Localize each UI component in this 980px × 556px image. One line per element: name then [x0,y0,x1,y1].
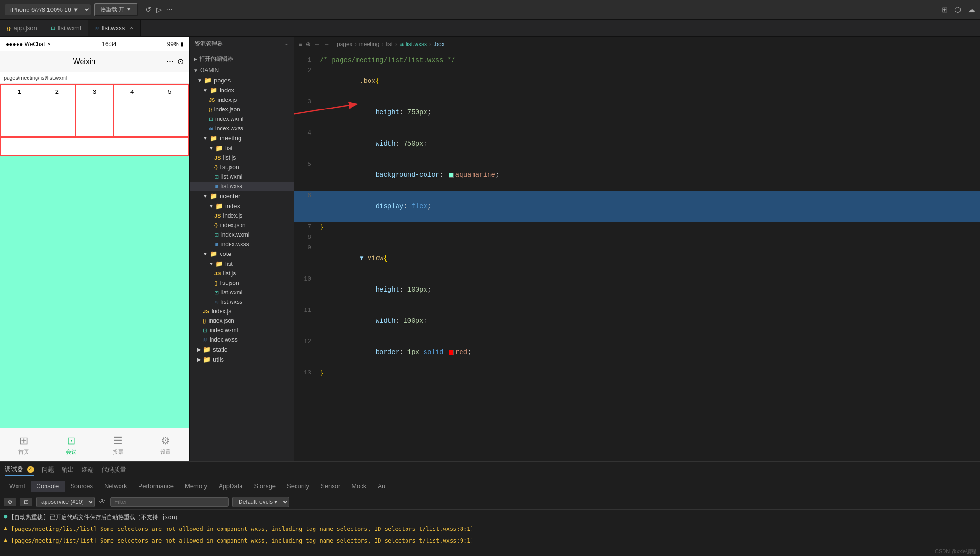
subtab-appdata[interactable]: AppData [213,481,249,492]
tab-debugger[interactable]: 调试器 4 [5,463,34,476]
grid-cell-1: 1 [1,85,38,98]
file-list-js[interactable]: JS list.js [190,153,294,163]
device-selector[interactable]: iPhone 6/7/8 100% 16 ▼ [5,4,91,15]
tab-close-icon[interactable]: ✕ [129,25,134,31]
file-index-json[interactable]: {} index.json [190,105,294,114]
file-uc-index-json[interactable]: {} index.json [190,220,294,230]
file-list-wxss[interactable]: ≋ list.wxss [190,182,294,191]
more-dots-icon[interactable]: ··· [284,41,289,47]
refresh-icon[interactable]: ↺ [145,5,151,14]
tab-output[interactable]: 输出 [62,464,74,476]
subtab-mock[interactable]: Mock [346,481,372,492]
phone-tab-vote[interactable]: ☰ 投票 [113,435,123,456]
play-icon[interactable]: ▷ [156,5,162,14]
back-icon[interactable]: ← [314,41,320,47]
phone-tab-meeting[interactable]: ⊡ 会议 [66,435,76,456]
folder-ucenter-index[interactable]: ▼ 📁 index [190,201,294,211]
tab-app-json[interactable]: {} app.json [0,20,44,36]
file-uc-index-js[interactable]: JS index.js [190,211,294,220]
eye-icon[interactable]: 👁 [99,498,106,506]
phone-bottom-tabs: ⊞ 首页 ⊡ 会议 ☰ 投票 ⚙ 设置 [0,428,189,461]
levels-select[interactable]: Default levels ▾ [232,497,289,507]
file-root-index-wxss[interactable]: ≋ index.wxss [190,335,294,345]
file-vote-list-wxml[interactable]: ⊡ list.wxml [190,288,294,297]
color-swatch-red [449,350,454,355]
sidebar-toggle-icon[interactable]: ≡ [299,41,302,47]
phone-tab-home[interactable]: ⊞ 首页 [18,435,29,456]
file-uc-index-wxml[interactable]: ⊡ index.wxml [190,230,294,239]
folder-index[interactable]: ▼ 📁 index [190,85,294,95]
subtab-network[interactable]: Network [99,481,133,492]
tab-label: list.wxss [102,25,125,32]
tab-code-quality[interactable]: 代码质量 [102,464,126,476]
vote-icon: ☰ [113,435,123,447]
file-name: index.wxml [221,231,249,238]
line-number: 10 [294,274,318,305]
console-clear-button[interactable]: ⊘ [4,498,16,506]
tab-terminal[interactable]: 终端 [82,464,94,476]
filter-input[interactable] [110,497,229,507]
console-pause-button[interactable]: ⊡ [20,498,32,506]
subtab-memory[interactable]: Memory [179,481,213,492]
hot-reload-button[interactable]: 热重载 开 ▼ [94,3,138,16]
subtab-performance[interactable]: Performance [133,481,179,492]
js-icon: JS [203,309,209,314]
file-root-index-wxml[interactable]: ⊡ index.wxml [190,326,294,335]
forward-icon[interactable]: → [324,41,330,47]
wxss-icon: ≋ [209,126,213,132]
breadcrumb-selector: .box [434,41,444,47]
subtab-au[interactable]: Au [372,481,391,492]
tab-list-wxss[interactable]: ≋ list.wxss ✕ [88,20,141,36]
folder-ucenter[interactable]: ▼ 📁 ucenter [190,191,294,201]
file-vote-list-js[interactable]: JS list.js [190,269,294,278]
line-number: 8 [294,232,318,243]
bookmark-icon[interactable]: ⊕ [306,41,311,47]
subtab-wxml[interactable]: Wxml [4,481,31,492]
code-brace: { [376,77,379,85]
folder-list[interactable]: ▼ 📁 list [190,143,294,153]
tab-list-wxml[interactable]: ⊡ list.wxml [44,20,88,36]
subtab-sources[interactable]: Sources [65,481,99,492]
file-index-wxml[interactable]: ⊡ index.wxml [190,114,294,124]
file-root-index-js[interactable]: JS index.js [190,307,294,316]
root-section[interactable]: ▼ OAMIN [190,65,294,75]
subtab-sensor[interactable]: Sensor [315,481,346,492]
file-root-index-json[interactable]: {} index.json [190,316,294,326]
file-name: index.json [214,106,240,113]
phone-grid-body [0,98,189,137]
file-name: list.wxml [221,289,242,296]
grid-icon[interactable]: ⊞ [942,5,948,14]
phone-tab-settings[interactable]: ⚙ 设置 [160,435,171,456]
code-editor[interactable]: 1 /* pages/meeting/list/list.wxss */ 2 .… [294,51,980,461]
file-list-wxml[interactable]: ⊡ list.wxml [190,172,294,182]
folder-static[interactable]: ▶ 📁 static [190,345,294,355]
cloud-icon[interactable]: ☁ [968,5,975,14]
tab-problems[interactable]: 问题 [42,464,54,476]
breadcrumb-sep1: › [355,41,357,47]
file-list-json[interactable]: {} list.json [190,163,294,172]
phone-nav-dots[interactable]: ··· [166,56,174,66]
opened-editors-section[interactable]: ▶ 打开的编辑器 [190,53,294,65]
appservice-select[interactable]: appservice (#10) [36,497,95,507]
file-vote-list-wxss[interactable]: ≋ list.wxss [190,297,294,307]
main-area: ●●●●● WeChat ⚬ 16:34 99% ▮ Weixin ··· ⊙ … [0,37,980,461]
folder-pages[interactable]: ▼ 📁 pages [190,75,294,85]
console-msg-2: ▲ [pages/meeting/list/list] Some selecto… [4,535,976,547]
file-index-js[interactable]: JS index.js [190,95,294,105]
folder-utils[interactable]: ▶ 📁 utils [190,355,294,365]
phone-camera-icon[interactable]: ⊙ [177,57,184,66]
file-uc-index-wxss[interactable]: ≋ index.wxss [190,239,294,249]
hex-icon[interactable]: ⬡ [954,5,961,14]
subtab-storage[interactable]: Storage [249,481,282,492]
subtab-security[interactable]: Security [281,481,315,492]
folder-icon: 📁 [210,250,217,257]
folder-vote-list[interactable]: ▼ 📁 list [190,259,294,269]
folder-meeting[interactable]: ▼ 📁 meeting [190,133,294,143]
file-vote-list-json[interactable]: {} list.json [190,278,294,288]
file-tree-header-icons: ··· [284,41,289,47]
folder-vote[interactable]: ▼ 📁 vote [190,249,294,259]
folder-arrow: ▶ [197,357,201,362]
file-index-wxss[interactable]: ≋ index.wxss [190,124,294,133]
subtab-console[interactable]: Console [31,481,65,492]
more-icon[interactable]: ··· [166,5,173,14]
